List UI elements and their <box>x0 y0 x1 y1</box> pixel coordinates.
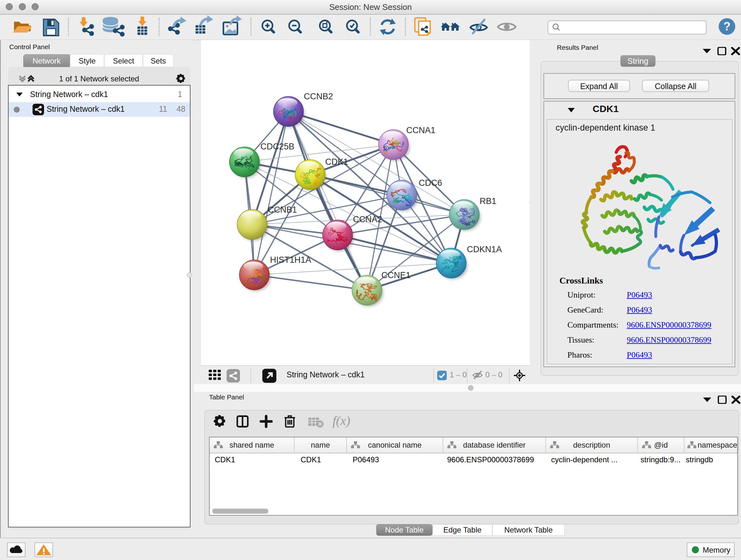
svg-text:CCNE1: CCNE1 <box>381 270 411 280</box>
svg-text:RB1: RB1 <box>480 196 496 206</box>
svg-text:HIST1H1A: HIST1H1A <box>270 255 311 265</box>
svg-text:CCNA1: CCNA1 <box>406 125 435 135</box>
svg-text:CDC25B: CDC25B <box>260 142 294 151</box>
svg-text:CCNA2: CCNA2 <box>353 214 382 224</box>
svg-text:CDC6: CDC6 <box>419 178 442 188</box>
svg-text:CCNB2: CCNB2 <box>304 91 333 101</box>
svg-text:CDK1: CDK1 <box>325 157 348 167</box>
svg-text:CDKN1A: CDKN1A <box>467 245 502 254</box>
svg-text:CCNB1: CCNB1 <box>268 205 297 214</box>
